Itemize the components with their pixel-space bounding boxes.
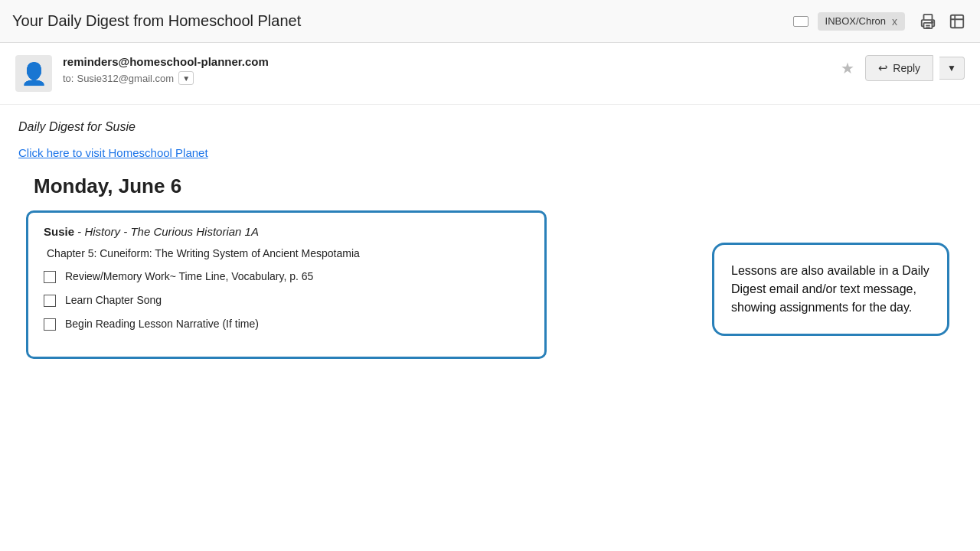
svg-rect-5 — [951, 15, 964, 28]
assignment-subject: Susie - History - The Curious Historian … — [44, 225, 529, 238]
svg-rect-0 — [924, 14, 933, 19]
person-icon: 👤 — [21, 61, 47, 86]
subject-name: History — [84, 225, 120, 238]
sender-info: reminders@homeschool-planner.com to: Sus… — [63, 55, 836, 85]
recipient-dropdown-arrow[interactable]: ▼ — [178, 71, 194, 85]
to-label: to: — [63, 73, 74, 84]
tab-label: INBOX/Chron — [825, 15, 886, 27]
reply-dropdown-button[interactable]: ▼ — [939, 57, 965, 80]
tab-close-icon[interactable]: x — [892, 15, 897, 28]
recipient-row: to: Susie312@gmail.com ▼ — [63, 71, 836, 85]
course-name: The Curious Historian 1A — [130, 225, 259, 238]
task-item-3: Begin Reading Lesson Narrative (If time) — [44, 318, 529, 331]
expand-icon[interactable] — [946, 13, 968, 30]
task-item-1: Review/Memory Work~ Time Line, Vocabular… — [44, 270, 529, 283]
reply-arrow-icon: ↩ — [878, 61, 888, 75]
day-heading: Monday, June 6 — [34, 174, 962, 198]
title-bar: Your Daily Digest from Homeschool Planet… — [0, 0, 980, 43]
callout-text: Lessons are also available in a Daily Di… — [731, 264, 929, 314]
task-item-2: Learn Chapter Song — [44, 294, 529, 307]
title-checkbox[interactable] — [793, 16, 808, 27]
email-client: Your Daily Digest from Homeschool Planet… — [0, 0, 980, 551]
student-name: Susie — [44, 225, 74, 238]
visit-homeschool-link[interactable]: Click here to visit Homeschool Planet — [18, 146, 208, 159]
toolbar-icons — [917, 13, 968, 30]
task-checkbox-2[interactable] — [44, 295, 56, 307]
sender-email: reminders@homeschool-planner.com — [63, 55, 836, 68]
task-label-3: Begin Reading Lesson Narrative (If time) — [65, 318, 259, 330]
callout-box: Lessons are also available in a Daily Di… — [712, 243, 949, 336]
star-button[interactable]: ★ — [836, 57, 859, 79]
task-checkbox-1[interactable] — [44, 271, 56, 283]
reply-label: Reply — [893, 62, 920, 74]
course-separator: - — [123, 225, 130, 238]
email-subject-title: Your Daily Digest from Homeschool Planet — [12, 12, 793, 30]
svg-point-4 — [932, 21, 933, 23]
email-actions: ★ ↩ Reply ▼ — [836, 55, 965, 81]
print-icon[interactable] — [917, 13, 939, 30]
recipient-address: Susie312@gmail.com — [77, 73, 174, 84]
email-header: 👤 reminders@homeschool-planner.com to: S… — [0, 43, 980, 105]
assignment-card: Susie - History - The Curious Historian … — [26, 210, 547, 359]
task-label-2: Learn Chapter Song — [65, 294, 162, 306]
sender-avatar: 👤 — [15, 55, 52, 92]
chapter-title: Chapter 5: Cuneiform: The Writing System… — [47, 247, 529, 259]
inbox-tab[interactable]: INBOX/Chron x — [818, 12, 905, 31]
reply-button[interactable]: ↩ Reply — [865, 55, 933, 81]
task-label-1: Review/Memory Work~ Time Line, Vocabular… — [65, 270, 313, 282]
digest-title: Daily Digest for Susie — [18, 120, 962, 134]
dash-separator: - — [77, 225, 84, 238]
task-checkbox-3[interactable] — [44, 318, 56, 331]
email-body: Daily Digest for Susie Click here to vis… — [0, 105, 980, 551]
